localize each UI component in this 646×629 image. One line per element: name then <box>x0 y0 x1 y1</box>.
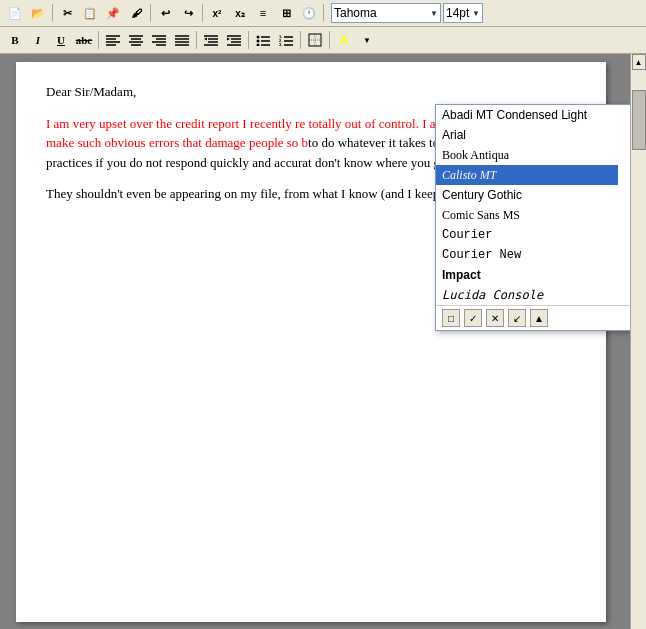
indent-decrease-icon <box>227 34 241 46</box>
open-btn[interactable]: 📂 <box>27 2 49 24</box>
bold-btn[interactable]: B <box>4 29 26 51</box>
sep5 <box>98 31 99 49</box>
check-icon[interactable]: ✓ <box>464 309 482 327</box>
svg-text:3.: 3. <box>279 42 282 46</box>
toolbar-row1: 📄 📂 ✂ 📋 📌 🖌 ↩ ↪ x² x₂ ≡ ⊞ 🕐 Tahoma ▼ 14p… <box>0 0 646 27</box>
toolbar-row2: B I U abc <box>0 27 646 53</box>
preview-icon[interactable]: □ <box>442 309 460 327</box>
svg-point-30 <box>257 44 260 47</box>
undo-btn[interactable]: ↩ <box>154 2 176 24</box>
sep9 <box>329 31 330 49</box>
align-center-icon <box>129 34 143 46</box>
svg-marker-20 <box>204 38 207 41</box>
font-item-century-gothic[interactable]: Century Gothic <box>436 185 618 205</box>
indent-decrease-btn[interactable] <box>223 29 245 51</box>
font-item-calisto-mt[interactable]: Calisto MT <box>436 165 618 185</box>
numbering-icon: 1. 2. 3. <box>279 34 293 46</box>
new-btn[interactable]: 📄 <box>4 2 26 24</box>
toolbar-container: 📄 📂 ✂ 📋 📌 🖌 ↩ ↪ x² x₂ ≡ ⊞ 🕐 Tahoma ▼ 14p… <box>0 0 646 54</box>
align-left-icon <box>106 34 120 46</box>
numbering-btn[interactable]: 1. 2. 3. <box>275 29 297 51</box>
copy-btn[interactable]: 📋 <box>79 2 101 24</box>
underline-btn[interactable]: U <box>50 29 72 51</box>
highlight-btn[interactable]: A <box>333 29 355 51</box>
font-item-lucida-console[interactable]: Lucida Console <box>436 285 618 305</box>
font-item-abadi-mt-condensed-light[interactable]: Abadi MT Condensed Light <box>436 105 618 125</box>
font-item-courier[interactable]: Courier <box>436 225 618 245</box>
clock-btn[interactable]: 🕐 <box>298 2 320 24</box>
sep2 <box>150 4 151 22</box>
paste-btn[interactable]: 📌 <box>102 2 124 24</box>
format-icon[interactable]: ▲ <box>530 309 548 327</box>
italic-btn[interactable]: I <box>27 29 49 51</box>
align-left-btn[interactable] <box>102 29 124 51</box>
sep3 <box>202 4 203 22</box>
sep6 <box>196 31 197 49</box>
justify-icon <box>175 34 189 46</box>
border-icon <box>308 33 322 47</box>
superscript-btn[interactable]: x² <box>206 2 228 24</box>
list-btn[interactable]: ≡ <box>252 2 274 24</box>
document-main: Dear Sir/Madam, I am very upset over the… <box>0 54 630 629</box>
justify-btn[interactable] <box>171 29 193 51</box>
font-item-impact[interactable]: Impact <box>436 265 618 285</box>
font-dropdown-bottom: □ ✓ ✕ ↙ ▲ <box>436 305 630 330</box>
bullets-icon <box>256 34 270 46</box>
svg-point-26 <box>257 36 260 39</box>
subscript-btn[interactable]: x₂ <box>229 2 251 24</box>
cursor-icon[interactable]: ↙ <box>508 309 526 327</box>
scrollbar-thumb[interactable] <box>632 90 646 150</box>
align-center-btn[interactable] <box>125 29 147 51</box>
svg-point-28 <box>257 40 260 43</box>
sep4 <box>323 4 324 22</box>
scroll-up-btn[interactable]: ▲ <box>632 54 646 70</box>
border-btn[interactable] <box>304 29 326 51</box>
redo-btn[interactable]: ↪ <box>177 2 199 24</box>
document-scrollbar[interactable]: ▲ <box>630 54 646 629</box>
table-btn[interactable]: ⊞ <box>275 2 297 24</box>
strikethrough-btn[interactable]: abc <box>73 29 95 51</box>
format-painter-btn[interactable]: 🖌 <box>125 2 147 24</box>
align-right-btn[interactable] <box>148 29 170 51</box>
sep1 <box>52 4 53 22</box>
font-item-comic-sans-ms[interactable]: Comic Sans MS <box>436 205 618 225</box>
font-list: Abadi MT Condensed LightArialBook Antiqu… <box>436 105 618 305</box>
highlight-arrow-btn[interactable]: ▼ <box>356 29 378 51</box>
cut-btn[interactable]: ✂ <box>56 2 78 24</box>
svg-marker-25 <box>227 38 230 41</box>
indent-increase-icon <box>204 34 218 46</box>
bullets-btn[interactable] <box>252 29 274 51</box>
sep7 <box>248 31 249 49</box>
font-item-arial[interactable]: Arial <box>436 125 618 145</box>
font-name-arrow: ▼ <box>430 9 438 18</box>
font-name-dropdown[interactable]: Tahoma ▼ <box>331 3 441 23</box>
indent-increase-btn[interactable] <box>200 29 222 51</box>
font-size-arrow: ▼ <box>472 9 480 18</box>
font-item-courier-new[interactable]: Courier New <box>436 245 618 265</box>
font-selector: Tahoma ▼ 14pt ▼ <box>331 3 483 23</box>
align-right-icon <box>152 34 166 46</box>
document-wrapper: Dear Sir/Madam, I am very upset over the… <box>0 54 646 629</box>
greeting: Dear Sir/Madam, <box>46 82 576 102</box>
delete-icon[interactable]: ✕ <box>486 309 504 327</box>
sep8 <box>300 31 301 49</box>
font-size-dropdown[interactable]: 14pt ▼ <box>443 3 483 23</box>
font-dropdown: Abadi MT Condensed LightArialBook Antiqu… <box>435 104 630 331</box>
font-item-book-antiqua[interactable]: Book Antiqua <box>436 145 618 165</box>
